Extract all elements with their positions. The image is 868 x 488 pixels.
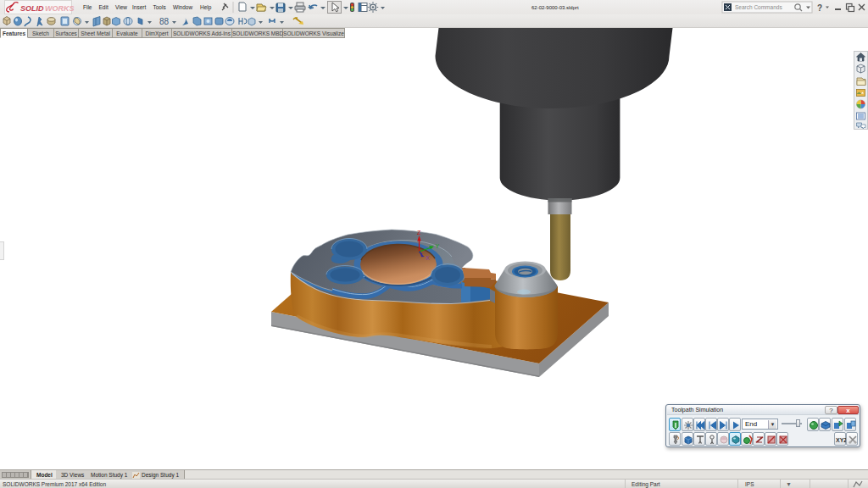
svg-text:Search Commands: Search Commands <box>735 4 782 10</box>
svg-text:X: X <box>426 255 430 261</box>
svg-text:Y: Y <box>436 243 440 249</box>
svg-text:WORKS: WORKS <box>45 4 75 13</box>
svg-text:Z: Z <box>417 230 421 236</box>
svg-text:?: ? <box>817 3 822 13</box>
svg-text:88: 88 <box>159 17 170 26</box>
svg-text:SOLID: SOLID <box>20 4 44 13</box>
